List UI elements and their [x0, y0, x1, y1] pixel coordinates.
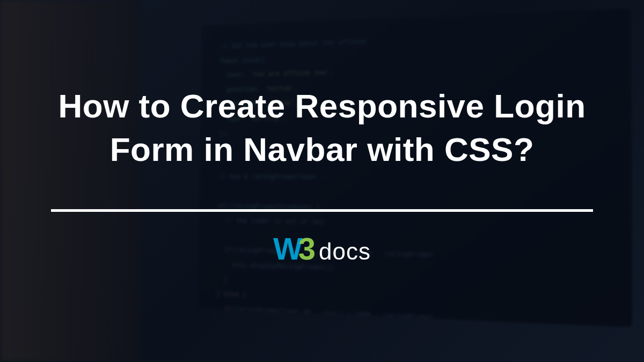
page-title: How to Create Responsive Login Form in N… — [32, 85, 612, 171]
w3docs-logo: W 3 docs — [273, 231, 371, 267]
content-container: How to Create Responsive Login Form in N… — [0, 0, 644, 362]
logo-w-part: W — [273, 231, 301, 267]
logo-docs-part: docs — [319, 238, 371, 265]
logo-3-part: 3 — [298, 231, 316, 267]
divider-line — [51, 209, 593, 212]
